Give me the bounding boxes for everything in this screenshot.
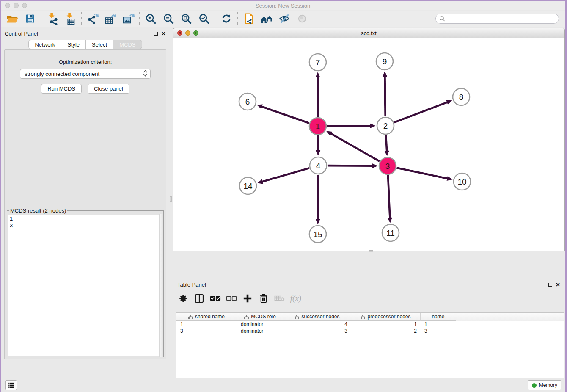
zoom-out-button[interactable] — [160, 11, 177, 26]
graph-node-8[interactable]: 8 — [453, 88, 470, 105]
mcds-result-text[interactable]: 1 3 — [8, 215, 162, 356]
column-header-mcds-role[interactable]: MCDS role — [237, 313, 284, 321]
criterion-select[interactable]: strongly connected component — [20, 69, 151, 79]
edge-4-15[interactable] — [316, 175, 320, 224]
import-table-icon — [64, 12, 77, 25]
add-column-button[interactable] — [240, 292, 255, 305]
delete-column-button[interactable] — [256, 292, 271, 305]
edge-4-14[interactable] — [257, 168, 309, 184]
float-table-panel-icon[interactable] — [548, 283, 552, 287]
edge-3-11[interactable] — [388, 175, 392, 223]
open-session-button[interactable] — [3, 11, 21, 26]
close-panel-icon[interactable]: ✕ — [161, 31, 166, 36]
export-image-button[interactable] — [119, 11, 137, 26]
application-window: Session: New Session — [1, 1, 565, 392]
column-layout-button[interactable] — [192, 292, 206, 305]
zoom-selected-button[interactable] — [195, 11, 213, 26]
graph-node-2[interactable]: 2 — [377, 117, 394, 134]
close-panel-button[interactable]: Close panel — [88, 84, 129, 94]
zoom-in-button[interactable] — [142, 11, 160, 26]
edge-1-2[interactable] — [327, 124, 376, 128]
table-row[interactable]: 1dominator411 — [176, 321, 564, 328]
close-table-panel-icon[interactable]: ✕ — [556, 282, 560, 287]
edge-1-4[interactable] — [316, 135, 320, 156]
delete-table-button[interactable] — [272, 292, 287, 305]
export-table-button[interactable] — [102, 11, 119, 26]
edge-3-1[interactable] — [326, 131, 380, 161]
network-canvas[interactable]: 1234678910111415 — [173, 38, 565, 251]
edge-4-3[interactable] — [328, 163, 378, 168]
cell-shared-name[interactable]: 3 — [176, 328, 237, 334]
edge-2-9[interactable] — [383, 71, 387, 116]
network-from-selection-button[interactable] — [240, 11, 258, 26]
save-session-button[interactable] — [21, 11, 39, 26]
edge-1-6[interactable] — [257, 105, 309, 123]
select-all-button[interactable] — [208, 292, 223, 305]
refresh-icon — [220, 13, 232, 25]
graph-node-1[interactable]: 1 — [309, 118, 326, 135]
zoom-in-icon — [145, 13, 157, 25]
result-scrollbar[interactable] — [159, 214, 163, 357]
function-builder-button[interactable]: f(x) — [289, 292, 303, 305]
graph-node-4[interactable]: 4 — [310, 157, 327, 174]
column-header-predecessor-nodes[interactable]: predecessor nodes — [351, 313, 421, 321]
import-table-button[interactable] — [61, 11, 79, 26]
mcds-result-box: MCDS result (2 nodes) 1 3 — [7, 207, 164, 357]
table-settings-button[interactable] — [176, 292, 190, 305]
graph-node-14[interactable]: 14 — [239, 177, 256, 194]
cell-mcds-role[interactable]: dominator — [237, 321, 284, 328]
zoom-fit-button[interactable] — [177, 11, 195, 26]
svg-text:4: 4 — [316, 161, 321, 170]
graph-node-10[interactable]: 10 — [454, 173, 471, 190]
column-header-successor-nodes[interactable]: successor nodes — [284, 313, 351, 321]
network-resize-grip[interactable] — [369, 250, 373, 252]
show-all-button[interactable] — [293, 11, 311, 26]
edge-3-10[interactable] — [397, 168, 453, 181]
memory-button[interactable]: Memory — [528, 380, 561, 390]
tab-style[interactable]: Style — [61, 40, 86, 49]
tab-mcds[interactable]: MCDS — [113, 40, 142, 49]
open-folder-icon — [6, 12, 19, 25]
unchecked-boxes-icon — [226, 295, 237, 302]
graph-node-9[interactable]: 9 — [376, 53, 393, 70]
export-network-icon — [86, 12, 99, 25]
search-box[interactable] — [435, 14, 559, 24]
vertical-splitter[interactable] — [170, 27, 173, 378]
svg-text:3: 3 — [385, 162, 390, 171]
graph-node-11[interactable]: 11 — [382, 224, 399, 241]
first-neighbors-button[interactable] — [258, 11, 275, 26]
mcds-panel: Optimization criterion: strongly connect… — [4, 49, 166, 359]
edge-2-3[interactable] — [385, 135, 389, 156]
import-network-button[interactable] — [44, 11, 61, 26]
cell-successor-nodes[interactable]: 3 — [284, 328, 351, 334]
cell-shared-name[interactable]: 1 — [176, 321, 237, 328]
run-mcds-button[interactable]: Run MCDS — [41, 84, 82, 94]
task-history-button[interactable] — [5, 380, 17, 390]
cell-predecessor-nodes[interactable]: 1 — [351, 321, 421, 328]
deselect-all-button[interactable] — [224, 292, 239, 305]
graph-node-6[interactable]: 6 — [239, 93, 256, 110]
network-graph: 1234678910111415 — [173, 38, 564, 250]
refresh-layout-button[interactable] — [217, 11, 235, 26]
cell-mcds-role[interactable]: dominator — [237, 328, 284, 334]
tab-network[interactable]: Network — [28, 40, 61, 49]
column-header-shared-name[interactable]: shared name — [176, 313, 237, 321]
float-panel-icon[interactable] — [154, 32, 158, 36]
edge-2-8[interactable] — [394, 100, 452, 123]
edge-1-7[interactable] — [315, 72, 320, 117]
cell-successor-nodes[interactable]: 4 — [284, 321, 351, 328]
hide-selected-button[interactable] — [275, 11, 293, 26]
column-header-name[interactable]: name — [421, 313, 456, 321]
graph-node-3[interactable]: 3 — [379, 157, 396, 174]
eye-disabled-icon — [297, 13, 308, 24]
graph-node-15[interactable]: 15 — [309, 226, 326, 243]
export-network-button[interactable] — [84, 11, 102, 26]
search-input[interactable] — [446, 14, 559, 23]
table-row[interactable]: 3dominator323 — [176, 328, 564, 334]
splitter-handle[interactable] — [170, 196, 172, 202]
cell-name[interactable]: 1 — [421, 321, 456, 328]
tab-select[interactable]: Select — [86, 40, 113, 49]
cell-name[interactable]: 3 — [421, 328, 456, 334]
cell-predecessor-nodes[interactable]: 2 — [351, 328, 421, 334]
graph-node-7[interactable]: 7 — [309, 54, 326, 71]
